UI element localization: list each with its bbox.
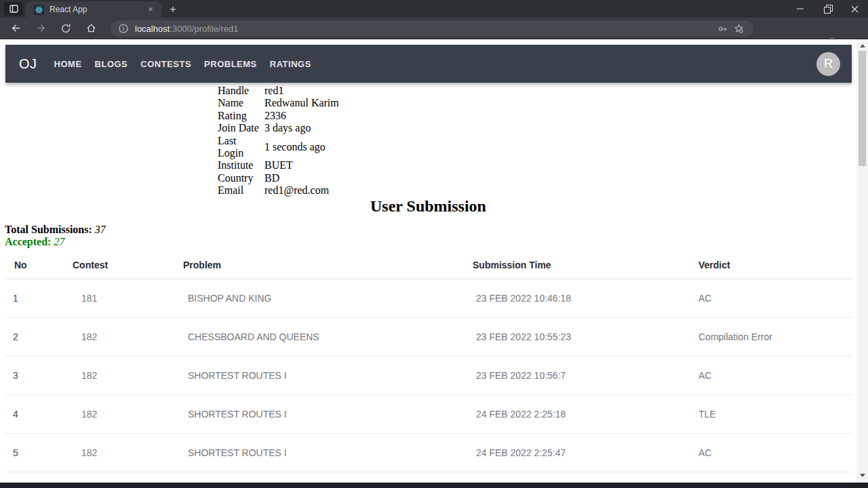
column-header-verdict: Verdict: [690, 251, 852, 279]
submission-totals: Total Submissions: 37 Accepted: 27: [5, 224, 106, 248]
profile-row: Emailred1@red.com: [217, 184, 339, 197]
total-submissions-line: Total Submissions: 37: [5, 224, 106, 236]
close-button[interactable]: [841, 0, 868, 18]
profile-table-body: Handlered1NameRedwanul KarimRating2336Jo…: [217, 85, 339, 197]
profile-field-value: red1: [264, 85, 339, 97]
password-key-button[interactable]: [714, 20, 730, 37]
profile-row: Handlered1: [217, 85, 339, 97]
restore-button[interactable]: [814, 0, 841, 18]
tab-actions-button[interactable]: [4, 2, 23, 16]
profile-row: CountryBD: [217, 172, 339, 184]
submission-cell-submission-time: 24 FEB 2022 2:25:18: [464, 395, 690, 434]
restore-icon: [825, 6, 831, 12]
browser-window: React App × + localhost:3000/profile/red…: [0, 0, 868, 488]
scrollbar-up-arrow[interactable]: [856, 41, 868, 50]
profile-row: NameRedwanul Karim: [217, 97, 339, 109]
accepted-value: 27: [54, 236, 64, 247]
submission-row: 4182SHORTEST ROUTES I24 FEB 2022 2:25:18…: [5, 395, 852, 434]
nav-link-ratings[interactable]: RATINGS: [269, 56, 313, 72]
refresh-button[interactable]: [56, 20, 75, 37]
back-arrow-icon: [10, 22, 22, 34]
nav-link-blogs[interactable]: BLOGS: [94, 56, 130, 72]
tab-actions-icon: [9, 5, 18, 13]
submission-cell-verdict: AC: [690, 357, 852, 395]
page-scrollbar[interactable]: [856, 39, 868, 483]
url-text[interactable]: localhost:3000/profile/red1: [135, 24, 714, 34]
brand-logo[interactable]: OJ: [19, 56, 37, 72]
window-controls: [787, 0, 868, 18]
nav-link-contests[interactable]: CONTESTS: [139, 56, 193, 72]
submission-cell-verdict: TLE: [690, 395, 852, 434]
home-button[interactable]: [81, 20, 100, 37]
submission-cell-no: 4: [5, 395, 64, 434]
profile-field-label: Email: [217, 184, 264, 197]
forward-arrow-icon: [35, 22, 47, 34]
profile-field-label: Join Date: [217, 122, 264, 134]
column-header-no: No: [5, 251, 64, 279]
profile-field-label: Rating: [217, 110, 264, 122]
back-button[interactable]: [6, 20, 25, 37]
submission-cell-contest: 181: [64, 279, 174, 318]
tab-bar: React App × +: [0, 0, 868, 18]
nav-link-problems[interactable]: PROBLEMS: [203, 56, 258, 72]
user-avatar[interactable]: R: [816, 52, 840, 76]
window-bottom-edge: [0, 483, 868, 488]
user-submission-heading: User Submission: [0, 197, 856, 216]
submission-cell-verdict: AC: [690, 434, 852, 472]
submission-cell-problem: SHORTEST ROUTES I: [174, 395, 464, 434]
submissions-header-row: No Contest Problem Submission Time Verdi…: [5, 251, 852, 279]
submission-cell-submission-time: 23 FEB 2022 10:46:18: [464, 279, 690, 318]
column-header-problem: Problem: [174, 251, 464, 279]
submission-cell-submission-time: 23 FEB 2022 10:56:7: [464, 357, 690, 395]
profile-field-value: red1@red.com: [264, 184, 339, 197]
column-header-contest: Contest: [64, 251, 174, 279]
tab-close-icon[interactable]: ×: [145, 4, 156, 15]
submission-cell-no: 5: [5, 434, 64, 472]
star-gear-icon: [734, 24, 744, 34]
new-tab-button[interactable]: +: [166, 3, 180, 16]
nav-link-home[interactable]: HOME: [53, 56, 83, 72]
profile-field-value: 3 days ago: [264, 122, 339, 134]
profile-row: Rating2336: [217, 110, 339, 122]
profile-field-value: 1 seconds ago: [264, 135, 339, 160]
submissions-table-body: 1181BISHOP AND KING23 FEB 2022 10:46:18A…: [5, 279, 852, 472]
profile-row: InstituteBUET: [217, 159, 339, 171]
add-favorite-button[interactable]: [730, 20, 747, 37]
accepted-label: Accepted:: [5, 236, 51, 247]
total-submissions-label: Total Submissions:: [5, 224, 92, 235]
submission-cell-problem: SHORTEST ROUTES I: [174, 357, 464, 395]
profile-info: Handlered1NameRedwanul KarimRating2336Jo…: [217, 85, 339, 197]
browser-toolbar: localhost:3000/profile/red1 •••: [0, 18, 868, 39]
profile-field-value: BUET: [264, 159, 339, 171]
submission-cell-submission-time: 24 FEB 2022 2:25:47: [464, 434, 690, 472]
tab-title: React App: [50, 5, 145, 14]
profile-field-label: Name: [217, 97, 264, 109]
profile-row: Join Date3 days ago: [217, 122, 339, 134]
browser-tab[interactable]: React App ×: [26, 1, 161, 18]
submission-cell-problem: CHESSBOARD AND QUEENS: [174, 318, 464, 357]
address-bar[interactable]: localhost:3000/profile/red1: [111, 20, 753, 37]
scrollbar-thumb[interactable]: [859, 51, 866, 166]
scrollbar-down-arrow[interactable]: [856, 470, 868, 480]
profile-row: Last Login1 seconds ago: [217, 135, 339, 160]
submissions-section: No Contest Problem Submission Time Verdi…: [5, 251, 852, 472]
submission-cell-no: 2: [5, 318, 64, 357]
forward-button[interactable]: [31, 20, 50, 37]
key-icon: [717, 24, 728, 34]
total-submissions-value: 37: [95, 224, 106, 235]
submission-row: 1181BISHOP AND KING23 FEB 2022 10:46:18A…: [5, 279, 852, 318]
profile-table: Handlered1NameRedwanul KarimRating2336Jo…: [217, 85, 339, 197]
react-favicon-icon: [34, 5, 44, 15]
submission-cell-contest: 182: [64, 395, 174, 434]
submission-cell-verdict: AC: [690, 279, 852, 318]
submission-row: 2182CHESSBOARD AND QUEENS23 FEB 2022 10:…: [5, 318, 852, 357]
accepted-line: Accepted: 27: [5, 236, 106, 248]
profile-field-value: 2336: [264, 110, 339, 122]
submission-cell-contest: 182: [64, 434, 174, 472]
url-path: :3000/profile/red1: [170, 24, 238, 34]
app-navbar: OJ HOME BLOGS CONTESTS PROBLEMS RATINGS …: [5, 45, 852, 83]
profile-field-label: Last Login: [217, 135, 264, 160]
page-viewport: OJ HOME BLOGS CONTESTS PROBLEMS RATINGS …: [0, 39, 856, 483]
minimize-button[interactable]: [787, 0, 814, 18]
site-info-icon[interactable]: [119, 24, 128, 33]
